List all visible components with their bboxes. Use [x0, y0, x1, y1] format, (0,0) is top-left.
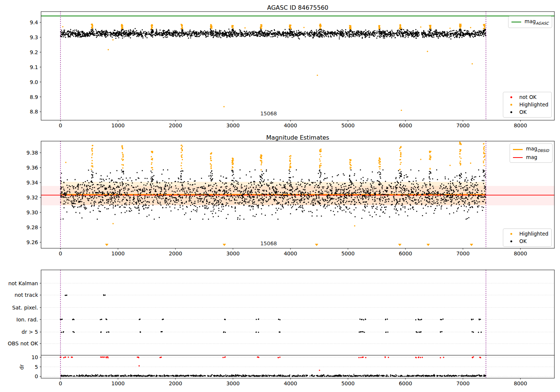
y-tick-label: 9.26	[27, 239, 38, 245]
flag-category-label: Ion. rad.	[16, 317, 38, 323]
flag-points	[60, 294, 482, 333]
x-tick-label: 5000	[341, 251, 355, 256]
legend-entry: Highlighted	[505, 102, 548, 108]
dr-tick-label: 10	[31, 354, 38, 360]
panel1-ok-points	[60, 28, 486, 40]
x-tick-label: 6000	[399, 122, 412, 128]
panel1-legend-points: not OKHighlightedOK	[503, 92, 552, 118]
panel2-legend-lines: magOBSIDmag	[510, 143, 553, 163]
legend-dot-swatch	[505, 96, 517, 98]
dr-tick-label: 5	[35, 364, 38, 370]
legend-dot-swatch	[505, 111, 517, 113]
panel2-title: Magnitude Estimates	[41, 134, 554, 141]
y-tick-label: 9.32	[27, 195, 38, 200]
flag-category-label: OBS not OK	[8, 340, 38, 346]
figure: 1506815068dr0100020003000400050006000700…	[0, 0, 560, 392]
legend-label: not OK	[519, 94, 536, 100]
y-tick-label: 9.30	[27, 209, 38, 215]
x-tick-label: 5000	[341, 380, 355, 386]
x-tick-label: 3000	[226, 251, 240, 256]
legend-line-swatch	[511, 22, 522, 22]
legend-entry: not OK	[505, 94, 548, 100]
dr-not-ok-points	[60, 356, 481, 371]
y-tick-label: 8.9	[30, 94, 38, 100]
dr-ok-points	[60, 374, 486, 377]
y-tick-label: 8.8	[30, 109, 38, 115]
x-tick-label: 7000	[456, 122, 470, 128]
x-tick-label: 0	[59, 122, 62, 128]
legend-label: Highlighted	[519, 102, 548, 108]
legend-line-swatch	[512, 157, 523, 158]
legend-entry: OK	[505, 238, 548, 245]
panel1-title: AGASC ID 84675560	[41, 4, 554, 11]
y-tick-label: 9.2	[30, 49, 38, 55]
x-tick-label: 8000	[514, 122, 527, 128]
x-tick-label: 8000	[514, 251, 527, 256]
flag-category-label: Sat. pixel.	[12, 305, 38, 311]
x-tick-label: 7000	[456, 380, 470, 386]
x-tick-label: 2000	[169, 251, 182, 256]
flag-category-label: not track	[15, 292, 38, 298]
x-tick-label: 4000	[284, 380, 297, 386]
x-tick-label: 7000	[456, 251, 470, 256]
legend-entry: OK	[505, 109, 548, 115]
x-tick-label: 5000	[341, 122, 355, 128]
x-tick-label: 1000	[111, 251, 125, 256]
y-tick-label: 9.28	[27, 224, 38, 230]
y-tick-label: 9.3	[30, 34, 38, 40]
flag-category-label: dr > 5	[22, 329, 38, 335]
dr-tick-label: 0	[35, 373, 38, 379]
x-tick-label: 6000	[399, 251, 412, 256]
legend-label: magOBSID	[526, 146, 549, 153]
x-tick-label: 4000	[284, 122, 297, 128]
panel1-frame	[41, 12, 554, 120]
panel2-legend-points: HighlightedOK	[503, 228, 552, 247]
y-tick-label: 9.34	[27, 180, 38, 186]
y-tick-label: 9.0	[30, 79, 38, 85]
panel1-legend-lines: magAGASC	[508, 16, 552, 28]
legend-label: magAGASC	[525, 18, 549, 26]
legend-entry: mag	[512, 154, 549, 161]
legend-dot-swatch	[505, 233, 517, 235]
legend-dot-swatch	[505, 104, 517, 106]
x-tick-label: 8000	[514, 380, 527, 386]
x-tick-label: 0	[59, 380, 62, 386]
y-tick-label: 9.4	[30, 19, 38, 25]
legend-entry: magAGASC	[511, 18, 549, 26]
legend-label: OK	[519, 238, 526, 245]
panel2-obsid-label: 15068	[260, 240, 277, 246]
flag-category-label: not Kalman	[8, 280, 38, 286]
legend-line-swatch	[512, 149, 523, 150]
x-tick-label: 3000	[226, 380, 240, 386]
x-tick-label: 1000	[111, 122, 125, 128]
panel3-frame	[41, 270, 554, 378]
y-tick-label: 9.36	[27, 165, 38, 171]
dr-axis-label: dr	[19, 364, 25, 370]
x-tick-label: 6000	[399, 380, 412, 386]
legend-label: OK	[519, 109, 526, 115]
x-tick-label: 4000	[284, 251, 297, 256]
panel1-obsid-label: 15068	[260, 111, 277, 116]
x-tick-label: 0	[59, 251, 62, 256]
legend-label: Highlighted	[519, 231, 548, 237]
legend-label: mag	[526, 154, 537, 161]
y-tick-label: 9.38	[27, 150, 38, 156]
x-tick-label: 2000	[169, 380, 182, 386]
x-tick-label: 2000	[169, 122, 182, 128]
chart-canvas: 1506815068dr0100020003000400050006000700…	[0, 0, 560, 392]
x-tick-label: 1000	[111, 380, 125, 386]
x-tick-label: 3000	[226, 122, 240, 128]
legend-dot-swatch	[505, 240, 517, 242]
legend-entry: magOBSID	[512, 146, 549, 153]
legend-entry: Highlighted	[505, 231, 548, 237]
y-tick-label: 9.1	[30, 64, 38, 70]
